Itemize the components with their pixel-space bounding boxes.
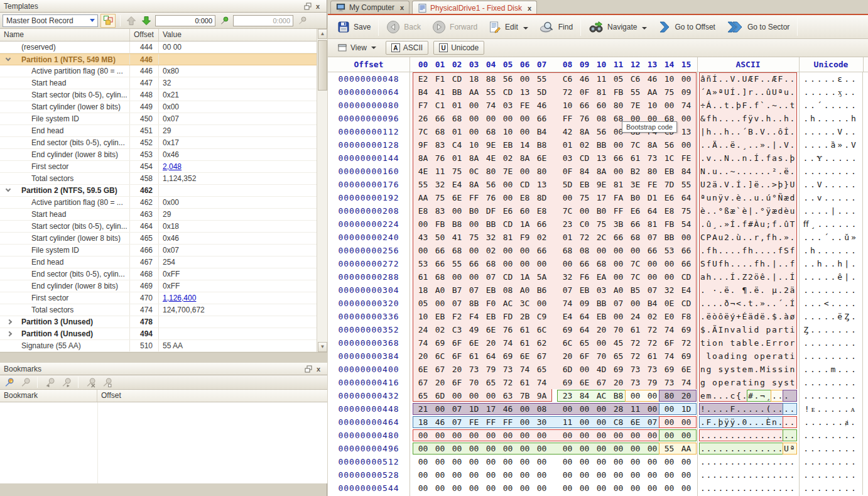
- hex-bytes-area[interactable]: 656D000000637B9A2384ACB800008020: [410, 389, 697, 402]
- hex-byte[interactable]: 00: [465, 270, 482, 284]
- ascii-area[interactable]: U2ä.V.Í.]ë..>þ}U: [697, 178, 799, 191]
- hex-byte[interactable]: 46: [499, 402, 516, 416]
- hex-byte[interactable]: 08: [499, 284, 516, 297]
- hex-bytes-area[interactable]: 67206F7065726174696E672073797374: [410, 376, 697, 389]
- hex-byte[interactable]: 8A: [516, 152, 533, 165]
- hex-byte[interactable]: 6E: [627, 416, 644, 429]
- hex-byte[interactable]: 53: [661, 244, 678, 257]
- hex-bytes-area[interactable]: 00FBB800BBCD1A6623C0753B6681FB54: [410, 218, 697, 231]
- hex-byte[interactable]: 02: [576, 138, 593, 152]
- ascii-area[interactable]: em...c{.#.¬¸...: [697, 389, 799, 402]
- hex-byte[interactable]: 61: [516, 376, 533, 389]
- hex-byte[interactable]: 00: [415, 482, 431, 495]
- hex-byte[interactable]: 74: [661, 350, 678, 363]
- hex-byte[interactable]: EB: [431, 310, 448, 323]
- hex-byte[interactable]: 80: [661, 389, 678, 402]
- hex-byte[interactable]: 75: [448, 165, 465, 178]
- hex-byte[interactable]: 76: [499, 323, 516, 336]
- hex-byte[interactable]: 00: [644, 389, 661, 402]
- hex-byte[interactable]: 00: [533, 257, 550, 270]
- hex-byte[interactable]: 03: [499, 99, 516, 112]
- hex-byte[interactable]: 00: [678, 416, 695, 429]
- hex-byte[interactable]: 68: [559, 244, 576, 257]
- hex-byte[interactable]: 00: [678, 231, 695, 244]
- hex-byte[interactable]: CD: [576, 152, 593, 165]
- hex-byte[interactable]: 88: [482, 72, 499, 85]
- hex-byte[interactable]: 30: [533, 416, 550, 429]
- hex-byte[interactable]: 66: [576, 257, 593, 270]
- hex-byte[interactable]: CD: [516, 178, 533, 191]
- hex-byte[interactable]: 01: [448, 99, 465, 112]
- hex-byte[interactable]: 03: [559, 152, 576, 165]
- template-row[interactable]: File system ID4500x07: [0, 113, 317, 125]
- hex-byte[interactable]: 00: [678, 138, 695, 152]
- hex-byte[interactable]: 68: [448, 244, 465, 257]
- hex-byte[interactable]: 00: [465, 112, 482, 125]
- hex-byte[interactable]: 72: [559, 85, 576, 99]
- hex-byte[interactable]: B4: [533, 125, 550, 138]
- hex-row[interactable]: 000000001448A76018A4E028A6E03CD136661731…: [328, 152, 868, 165]
- template-row[interactable]: Total sectors474124,700,672: [0, 304, 317, 316]
- hex-byte[interactable]: 09: [576, 297, 593, 310]
- hex-byte[interactable]: 00: [516, 402, 533, 416]
- navigate-dropdown-arrow[interactable]: [642, 27, 647, 32]
- hex-byte[interactable]: 81: [644, 218, 661, 231]
- view-button[interactable]: View: [333, 41, 381, 55]
- hex-byte[interactable]: 00: [678, 468, 695, 482]
- ascii-area[interactable]: ah...Í.Z2öê.|..Í: [697, 270, 799, 284]
- hex-byte[interactable]: 65: [576, 336, 593, 350]
- hex-row[interactable]: 000000000962666680000000066FF76086800006…: [328, 112, 868, 125]
- hex-byte[interactable]: C9: [533, 310, 550, 323]
- hex-bytes-area[interactable]: 00666800020000666808000000665366: [410, 244, 697, 257]
- hex-byte[interactable]: EB: [576, 284, 593, 297]
- hex-byte[interactable]: 07: [644, 284, 661, 297]
- hex-byte[interactable]: 74: [559, 297, 576, 310]
- hex-byte[interactable]: 00: [482, 429, 499, 442]
- hex-byte[interactable]: 00: [516, 125, 533, 138]
- hex-byte[interactable]: 75: [576, 191, 593, 204]
- hex-byte[interactable]: 00: [661, 429, 678, 442]
- hex-row[interactable]: 0000000052800000000000000000000000000000…: [328, 468, 868, 482]
- hex-byte[interactable]: 1C: [661, 152, 678, 165]
- hex-byte[interactable]: 42: [559, 125, 576, 138]
- value-link[interactable]: 1,126,400: [163, 294, 196, 302]
- hex-byte[interactable]: 00: [593, 482, 610, 495]
- hex-byte[interactable]: 00: [610, 138, 627, 152]
- hex-byte[interactable]: E6: [661, 191, 678, 204]
- hex-byte[interactable]: 07: [448, 416, 465, 429]
- hex-byte[interactable]: 73: [627, 376, 644, 389]
- hex-bytes-area[interactable]: 18A0B707EB08A0B607EB03A0B50732E4: [410, 284, 697, 297]
- hex-byte[interactable]: 67: [415, 376, 431, 389]
- template-row[interactable]: Active partition flag (80 = ...4620x00: [0, 197, 317, 209]
- tab-physicaldrive1[interactable]: PhysicalDrive1 - Fixed Disk x: [412, 1, 537, 14]
- hex-byte[interactable]: 00: [516, 455, 533, 468]
- hex-byte[interactable]: 00: [593, 244, 610, 257]
- hex-byte[interactable]: 00: [593, 336, 610, 350]
- hex-bytes-area[interactable]: 74696F6E207461626C65004572726F72: [410, 336, 697, 350]
- ascii-area[interactable]: SfUfh....fh.|..f: [697, 257, 799, 270]
- hex-byte[interactable]: 73: [499, 363, 516, 376]
- hex-byte[interactable]: 00: [516, 442, 533, 455]
- hex-byte[interactable]: 07: [610, 297, 627, 310]
- hex-editor-body[interactable]: 00000000048E2F1CD1888560055C6461105C6461…: [328, 72, 868, 496]
- hex-byte[interactable]: F2: [448, 310, 465, 323]
- template-row[interactable]: End sector (bits 0-5), cylin...4680xFF: [0, 268, 317, 280]
- hex-byte[interactable]: 69: [559, 376, 576, 389]
- hex-byte[interactable]: 00: [499, 482, 516, 495]
- hex-bytes-area[interactable]: E2F1CD1888560055C6461105C6461000: [410, 72, 697, 85]
- hex-byte[interactable]: 00: [465, 468, 482, 482]
- hex-byte[interactable]: 41: [431, 85, 448, 99]
- hex-byte[interactable]: 54: [678, 218, 695, 231]
- template-row[interactable]: Start cylinder (lower 8 bits)4650x46: [0, 233, 317, 245]
- hex-byte[interactable]: 00: [415, 468, 431, 482]
- hex-byte[interactable]: 0E: [661, 297, 678, 310]
- ascii-area[interactable]: .v..N..n.Í.fas.þ: [697, 152, 799, 165]
- hex-byte[interactable]: 84: [576, 389, 593, 402]
- hex-byte[interactable]: 00: [610, 310, 627, 323]
- hex-byte[interactable]: 2C: [593, 231, 610, 244]
- hex-byte[interactable]: 20: [482, 336, 499, 350]
- hex-byte[interactable]: 7E: [499, 165, 516, 178]
- hex-bytes-area[interactable]: AA756EFF7600E88D007517FAB0D1E664: [410, 191, 697, 204]
- hex-byte[interactable]: CD: [499, 270, 516, 284]
- hex-byte[interactable]: B2: [627, 165, 644, 178]
